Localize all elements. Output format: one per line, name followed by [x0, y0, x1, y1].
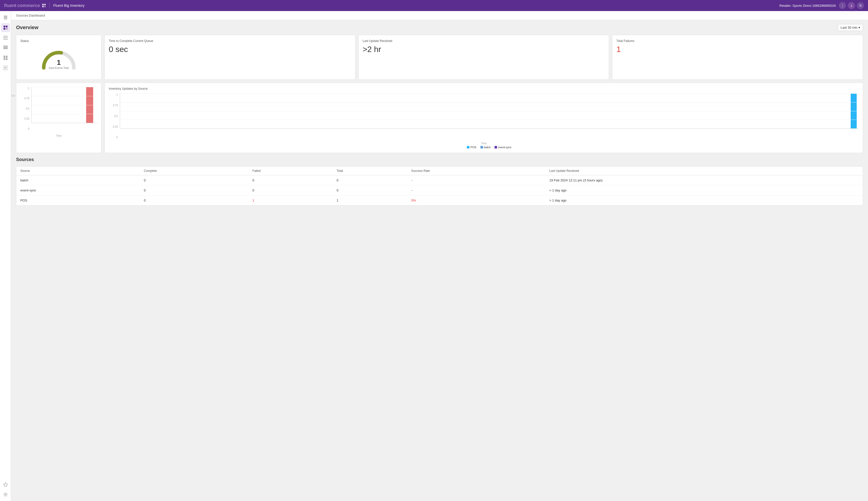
- row-batch-total: 0: [333, 175, 407, 185]
- sidebar-item-dashboard[interactable]: [1, 23, 10, 32]
- overview-section: Overview Last 30 min ▾ Status: [11, 20, 868, 157]
- time-filter-label: Last 30 min: [840, 25, 857, 29]
- queue-label: Time to Complete Current Queue: [109, 39, 351, 43]
- row-eventsync-total: 0: [333, 185, 407, 195]
- svg-rect-23: [4, 68, 6, 69]
- row-eventsync-last-update: > 1 day ago: [545, 185, 863, 195]
- svg-rect-7: [6, 28, 8, 30]
- svg-rect-18: [3, 59, 5, 60]
- sidebar-item-reports[interactable]: [1, 63, 10, 72]
- failures-value: 1: [616, 45, 859, 54]
- svg-rect-22: [4, 68, 7, 68]
- breadcrumb: Sources Dashboard: [11, 11, 868, 20]
- sidebar: ☰: [0, 11, 11, 501]
- x-axis-label: Time: [56, 135, 62, 137]
- svg-rect-2: [42, 6, 44, 7]
- sources-title: Sources: [16, 157, 863, 162]
- metric-card-failures: Total Failures 1: [612, 35, 863, 79]
- row-batch-last-update: 19 Feb 2024 12:11 pm (3 hours ago): [545, 175, 863, 185]
- notification-button[interactable]: 1: [848, 2, 855, 9]
- col-failed: Failed: [248, 167, 333, 175]
- chevron-down-icon: ▾: [858, 25, 860, 29]
- legend-batch: batch: [480, 146, 491, 149]
- top-cards-row: Status 1 Input Events Total: [16, 35, 863, 79]
- svg-rect-1: [44, 4, 46, 5]
- table-row: batch 0 0 0 - 19 Feb 2024 12:11 pm (3 ho…: [16, 175, 863, 185]
- svg-rect-9: [3, 38, 8, 38]
- row-pos-failed: 1: [248, 195, 333, 205]
- row-pos-total: 1: [333, 195, 407, 205]
- overview-title: Overview: [16, 25, 39, 30]
- svg-rect-16: [3, 57, 5, 58]
- star-icon: [3, 482, 8, 487]
- hamburger-button[interactable]: ☰: [1, 13, 10, 22]
- svg-rect-5: [6, 25, 8, 28]
- list-icon: [3, 36, 8, 40]
- settings-icon: [3, 492, 8, 497]
- logo-icon: [42, 3, 46, 8]
- table-row: event-sync 0 0 0 - > 1 day ago: [16, 185, 863, 195]
- last-update-value: >2 hr: [363, 45, 605, 54]
- svg-rect-19: [6, 59, 8, 60]
- event-sync-legend-label: event-sync: [498, 146, 511, 149]
- batch-legend-color: [480, 146, 483, 149]
- grid-icon: [3, 56, 8, 60]
- status-chart-card: 1 0.75 0.5 0.25 0 ↑ # Updates: [16, 83, 101, 153]
- grid-line-4: [32, 114, 97, 114]
- col-complete: Complete: [140, 167, 248, 175]
- time-filter-dropdown[interactable]: Last 30 min ▾: [838, 24, 863, 31]
- sidebar-item-star[interactable]: [1, 480, 10, 489]
- metric-card-last-update: Last Update Received >2 hr: [358, 35, 609, 79]
- sources-table: Source Complete Failed Total Success Rat…: [16, 166, 863, 205]
- top-navigation: fluentcommerce Fluent Big Inventory Reta…: [0, 0, 868, 11]
- charts-row: 1 0.75 0.5 0.25 0 ↑ # Updates: [16, 83, 863, 153]
- more-options-button[interactable]: ⋮: [839, 2, 846, 9]
- row-pos-complete: 0: [140, 195, 248, 205]
- row-batch-complete: 0: [140, 175, 248, 185]
- sidebar-item-grid[interactable]: [1, 53, 10, 62]
- sidebar-item-table[interactable]: [1, 43, 10, 52]
- status-bar-chart-area: [31, 87, 97, 123]
- row-pos-last-update: > 1 day ago: [545, 195, 863, 205]
- inv-x-label: Time: [481, 142, 487, 145]
- row-pos-rate: 0%: [408, 195, 545, 205]
- inv-chart-area: [120, 94, 859, 129]
- app-logo: fluentcommerce: [4, 3, 46, 8]
- svg-rect-17: [6, 57, 8, 58]
- row-eventsync-failed: 0: [248, 185, 333, 195]
- nav-divider: [50, 2, 50, 9]
- svg-rect-6: [3, 28, 5, 30]
- table-icon: [3, 46, 8, 50]
- svg-marker-24: [3, 482, 8, 487]
- svg-rect-21: [4, 67, 7, 67]
- data-table: Source Complete Failed Total Success Rat…: [16, 167, 863, 205]
- svg-rect-10: [3, 39, 8, 40]
- row-eventsync-complete: 0: [140, 185, 248, 195]
- legend-pos: POS: [467, 146, 476, 149]
- svg-text:1: 1: [57, 58, 61, 66]
- app-layout: ☰: [0, 11, 868, 501]
- sidebar-item-list[interactable]: [1, 33, 10, 42]
- table-header: Source Complete Failed Total Success Rat…: [16, 167, 863, 175]
- table-body: batch 0 0 0 - 19 Feb 2024 12:11 pm (3 ho…: [16, 175, 863, 205]
- gauge-container: 1 Input Events Total: [20, 45, 97, 73]
- app-name: Fluent Big Inventory: [53, 3, 85, 8]
- batch-legend-label: batch: [484, 146, 491, 149]
- svg-rect-0: [42, 4, 44, 5]
- metric-card-queue: Time to Complete Current Queue 0 sec: [105, 35, 355, 79]
- inv-grid-2: [120, 102, 859, 103]
- col-success-rate: Success Rate: [408, 167, 545, 175]
- overview-header: Overview Last 30 min ▾: [16, 24, 863, 31]
- svg-rect-14: [3, 56, 5, 57]
- svg-text:Input Events Total: Input Events Total: [49, 67, 68, 70]
- row-pos-source: POS: [16, 195, 140, 205]
- pos-legend-color: [467, 146, 469, 149]
- sidebar-item-settings[interactable]: [1, 490, 10, 499]
- legend-event-sync: event-sync: [495, 146, 511, 149]
- refresh-button[interactable]: ↻: [857, 2, 864, 9]
- dashboard-icon: [3, 25, 8, 30]
- table-row: POS 0 1 1 0% > 1 day ago: [16, 195, 863, 205]
- main-content: Sources Dashboard Overview Last 30 min ▾…: [11, 11, 868, 501]
- inv-y-labels: 1 0.75 0.5 0.25 0: [109, 94, 119, 139]
- row-batch-source: batch: [16, 175, 140, 185]
